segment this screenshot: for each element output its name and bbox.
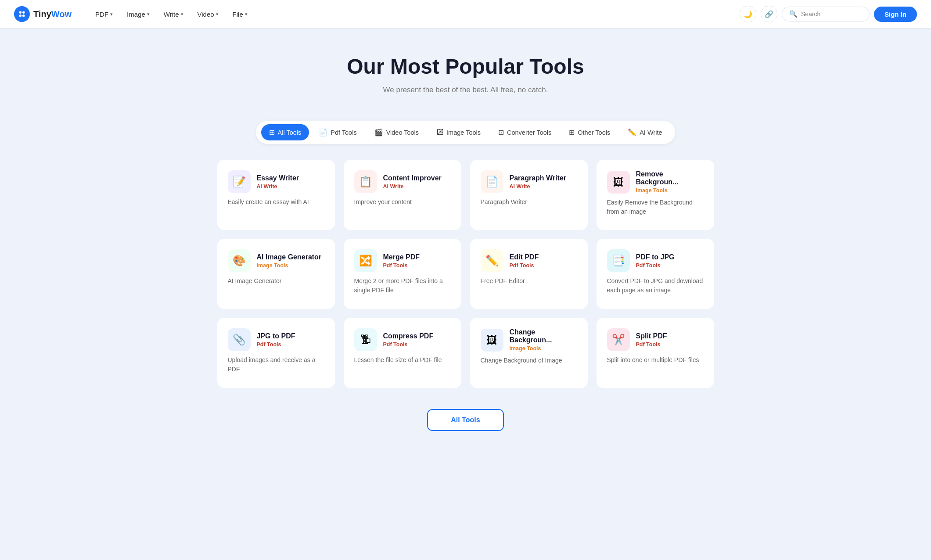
tools-grid: 📝 Essay Writer AI Write Easily create an… bbox=[207, 160, 725, 388]
all-tools-wrap: All Tools bbox=[0, 388, 931, 457]
card-category: Pdf Tools bbox=[636, 262, 675, 269]
card-icon-essay-writer: 📝 bbox=[228, 170, 251, 193]
hero-subtitle: We present the best of the best. All fre… bbox=[9, 86, 922, 94]
card-category: AI Write bbox=[383, 183, 442, 190]
card-desc: Easily Remove the Background from an ima… bbox=[607, 198, 704, 216]
tool-card-jpg-to-pdf[interactable]: 📎 JPG to PDF Pdf Tools Upload images and… bbox=[217, 318, 335, 388]
logo-icon bbox=[14, 6, 30, 22]
tab-all-tools[interactable]: ⊞ All Tools bbox=[261, 124, 309, 140]
card-title-area: AI Image Generator Image Tools bbox=[257, 253, 322, 269]
write-chevron-icon: ▾ bbox=[181, 11, 183, 17]
card-header: 🗜 Compress PDF Pdf Tools bbox=[354, 328, 451, 351]
filter-tabs: ⊞ All Tools 📄 Pdf Tools 🎬 Video Tools 🖼 … bbox=[256, 121, 676, 144]
card-title-area: Edit PDF Pdf Tools bbox=[510, 253, 539, 269]
card-icon-content-improver: 📋 bbox=[354, 170, 377, 193]
navbar: TinyWow PDF ▾ Image ▾ Write ▾ Video ▾ Fi… bbox=[0, 0, 931, 28]
card-category: AI Write bbox=[257, 183, 299, 190]
nav-file[interactable]: File ▾ bbox=[226, 7, 254, 22]
image-chevron-icon: ▾ bbox=[147, 11, 150, 17]
hero-section: Our Most Popular Tools We present the be… bbox=[0, 28, 931, 108]
tab-ai-write[interactable]: ✏️ AI Write bbox=[620, 124, 670, 140]
tool-card-edit-pdf[interactable]: ✏️ Edit PDF Pdf Tools Free PDF Editor bbox=[470, 239, 588, 309]
card-category: Pdf Tools bbox=[257, 341, 295, 348]
tab-image-tools[interactable]: 🖼 Image Tools bbox=[428, 125, 489, 140]
tool-card-essay-writer[interactable]: 📝 Essay Writer AI Write Easily create an… bbox=[217, 160, 335, 230]
hero-title: Our Most Popular Tools bbox=[9, 54, 922, 79]
card-title-area: Change Backgroun... Image Tools bbox=[510, 328, 577, 352]
logo[interactable]: TinyWow bbox=[14, 6, 72, 22]
tool-card-ai-image-generator[interactable]: 🎨 AI Image Generator Image Tools AI Imag… bbox=[217, 239, 335, 309]
card-desc: AI Image Generator bbox=[228, 276, 324, 286]
search-bar[interactable]: 🔍 bbox=[782, 7, 870, 22]
svg-point-1 bbox=[22, 11, 25, 14]
card-header: 📋 Content Improver AI Write bbox=[354, 170, 451, 193]
all-tools-button[interactable]: All Tools bbox=[427, 409, 503, 431]
tool-card-compress-pdf[interactable]: 🗜 Compress PDF Pdf Tools Lessen the file… bbox=[344, 318, 461, 388]
card-header: 🖼 Remove Backgroun... Image Tools bbox=[607, 170, 704, 194]
card-header: 📎 JPG to PDF Pdf Tools bbox=[228, 328, 324, 351]
card-desc: Easily create an essay with AI bbox=[228, 197, 324, 207]
tab-other-label: Other Tools bbox=[578, 129, 610, 136]
card-title: Essay Writer bbox=[257, 174, 299, 182]
card-title: Edit PDF bbox=[510, 253, 539, 261]
card-title: Paragraph Writer bbox=[510, 174, 567, 182]
dark-mode-button[interactable]: 🌙 bbox=[740, 6, 756, 22]
card-title-area: Remove Backgroun... Image Tools bbox=[636, 170, 704, 194]
converter-tools-tab-icon: ⊡ bbox=[498, 128, 504, 136]
card-title-area: Paragraph Writer AI Write bbox=[510, 174, 567, 190]
video-chevron-icon: ▾ bbox=[216, 11, 219, 17]
card-desc: Lessen the file size of a PDF file bbox=[354, 355, 451, 365]
card-category: Pdf Tools bbox=[510, 262, 539, 269]
svg-point-0 bbox=[19, 11, 22, 14]
card-icon-compress-pdf: 🗜 bbox=[354, 328, 377, 351]
tool-card-content-improver[interactable]: 📋 Content Improver AI Write Improve your… bbox=[344, 160, 461, 230]
nav-image[interactable]: Image ▾ bbox=[121, 7, 156, 22]
card-header: 🖼 Change Backgroun... Image Tools bbox=[481, 328, 577, 352]
logo-svg bbox=[17, 9, 27, 19]
pdf-tools-tab-icon: 📄 bbox=[319, 128, 327, 136]
tab-video-label: Video Tools bbox=[386, 129, 419, 136]
card-category: Pdf Tools bbox=[636, 341, 667, 348]
card-title: Change Backgroun... bbox=[510, 328, 577, 344]
card-title: Compress PDF bbox=[383, 332, 434, 340]
tool-card-remove-background[interactable]: 🖼 Remove Backgroun... Image Tools Easily… bbox=[597, 160, 714, 230]
card-title-area: Split PDF Pdf Tools bbox=[636, 332, 667, 348]
card-title: Content Improver bbox=[383, 174, 442, 182]
file-chevron-icon: ▾ bbox=[245, 11, 248, 17]
other-tools-tab-icon: ⊞ bbox=[569, 128, 575, 136]
card-title-area: Essay Writer AI Write bbox=[257, 174, 299, 190]
svg-point-3 bbox=[22, 14, 25, 17]
search-input[interactable] bbox=[801, 11, 862, 18]
card-header: 🔀 Merge PDF Pdf Tools bbox=[354, 249, 451, 272]
card-desc: Change Background of Image bbox=[481, 356, 577, 365]
card-title-area: JPG to PDF Pdf Tools bbox=[257, 332, 295, 348]
all-tools-tab-icon: ⊞ bbox=[269, 128, 275, 136]
tab-pdf-tools[interactable]: 📄 Pdf Tools bbox=[311, 124, 364, 140]
nav-pdf[interactable]: PDF ▾ bbox=[89, 7, 119, 22]
ai-write-tab-icon: ✏️ bbox=[628, 128, 636, 136]
video-tools-tab-icon: 🎬 bbox=[374, 128, 383, 136]
nav-video[interactable]: Video ▾ bbox=[191, 7, 225, 22]
tool-card-paragraph-writer[interactable]: 📄 Paragraph Writer AI Write Paragraph Wr… bbox=[470, 160, 588, 230]
card-title-area: PDF to JPG Pdf Tools bbox=[636, 253, 675, 269]
card-desc: Improve your content bbox=[354, 197, 451, 207]
share-button[interactable]: 🔗 bbox=[761, 6, 777, 22]
card-desc: Split into one or multiple PDF files bbox=[607, 355, 704, 365]
tab-converter-tools[interactable]: ⊡ Converter Tools bbox=[490, 124, 559, 140]
tool-card-pdf-to-jpg[interactable]: 📑 PDF to JPG Pdf Tools Convert PDF to JP… bbox=[597, 239, 714, 309]
card-header: 📄 Paragraph Writer AI Write bbox=[481, 170, 577, 193]
nav-actions: 🌙 🔗 🔍 Sign In bbox=[740, 6, 917, 22]
card-category: Pdf Tools bbox=[383, 341, 434, 348]
signin-button[interactable]: Sign In bbox=[874, 7, 917, 22]
card-desc: Free PDF Editor bbox=[481, 276, 577, 286]
card-title: Remove Backgroun... bbox=[636, 170, 704, 186]
tool-card-merge-pdf[interactable]: 🔀 Merge PDF Pdf Tools Merge 2 or more PD… bbox=[344, 239, 461, 309]
card-icon-paragraph-writer: 📄 bbox=[481, 170, 503, 193]
tab-pdf-label: Pdf Tools bbox=[331, 129, 356, 136]
card-title: PDF to JPG bbox=[636, 253, 675, 261]
tab-other-tools[interactable]: ⊞ Other Tools bbox=[561, 124, 618, 140]
tab-video-tools[interactable]: 🎬 Video Tools bbox=[367, 124, 427, 140]
tool-card-change-background[interactable]: 🖼 Change Backgroun... Image Tools Change… bbox=[470, 318, 588, 388]
nav-write[interactable]: Write ▾ bbox=[158, 7, 190, 22]
tool-card-split-pdf[interactable]: ✂️ Split PDF Pdf Tools Split into one or… bbox=[597, 318, 714, 388]
